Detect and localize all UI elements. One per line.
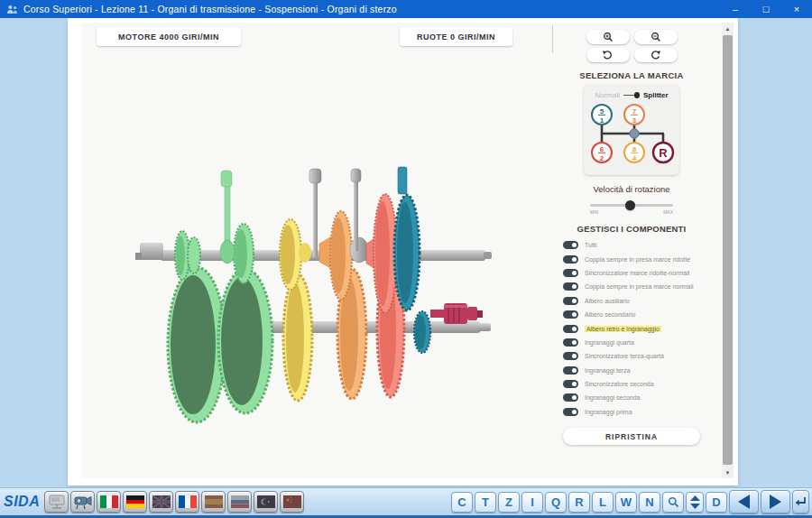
component-row-9: Ingranaggi terza: [563, 364, 700, 377]
france-flag-icon: [179, 495, 197, 508]
back-button[interactable]: [729, 490, 759, 513]
whiteboard-icon: [48, 495, 66, 509]
toggle-switch[interactable]: [563, 366, 578, 375]
search-key-button[interactable]: [662, 492, 684, 513]
svg-text:8: 8: [632, 145, 637, 153]
flag-france-button[interactable]: [175, 491, 199, 513]
toggle-switch[interactable]: [563, 241, 578, 249]
forward-button[interactable]: [761, 490, 790, 513]
rotate-left-button[interactable]: [586, 48, 630, 62]
gear-green-medium: [234, 224, 254, 283]
toggle-switch[interactable]: [563, 338, 578, 347]
uk-flag-icon: [152, 495, 171, 508]
t-key-button[interactable]: T: [475, 492, 496, 513]
flag-crescent-button[interactable]: [254, 491, 278, 513]
toggle-switch[interactable]: [563, 352, 578, 360]
rotation-speed-label: Velocità di rotazione: [593, 184, 669, 194]
toggle-label: Coppia sempre in presa marce ridotte: [585, 256, 690, 263]
component-row-0: Tutti: [563, 238, 700, 252]
zoom-in-button[interactable]: [586, 30, 630, 44]
toggle-switch[interactable]: [563, 282, 578, 291]
gear-teal-large: [394, 167, 420, 310]
gear-7-3[interactable]: 7 3: [624, 105, 644, 125]
component-row-2: Sincronizzatore marce ridotte-normali: [563, 266, 700, 280]
scrollbar-thumb[interactable]: [723, 35, 733, 465]
slider-min-label: MIN: [590, 209, 598, 215]
flag-russia-button[interactable]: [227, 491, 252, 513]
flag-germany-button[interactable]: [123, 491, 147, 513]
enter-button[interactable]: [792, 490, 809, 513]
flag-italy-button[interactable]: [97, 491, 121, 513]
scroll-up-icon[interactable]: ▲: [722, 23, 734, 34]
slider-thumb[interactable]: [625, 200, 635, 210]
reset-button[interactable]: RIPRISTINA: [563, 428, 700, 445]
workspace: MOTORE 4000 GIRI/MIN RUOTE 0 GIRI/MIN: [0, 18, 812, 487]
gear-5-1[interactable]: 5 1: [592, 105, 612, 125]
toggle-switch[interactable]: [563, 325, 578, 333]
mode-splitter-label[interactable]: Splitter: [643, 91, 669, 99]
w-key-button[interactable]: W: [615, 492, 637, 513]
divider: [552, 25, 553, 53]
close-button[interactable]: ×: [781, 0, 812, 18]
projector-button[interactable]: [70, 491, 95, 513]
toggle-switch[interactable]: [563, 393, 578, 402]
toggle-switch[interactable]: [563, 255, 578, 264]
wheels-rpm-button[interactable]: RUOTE 0 GIRI/MIN: [400, 27, 512, 46]
svg-text:6: 6: [600, 145, 604, 153]
r-key-button[interactable]: R: [568, 492, 590, 513]
gear-green-large-1: [168, 267, 226, 422]
svg-text:7: 7: [632, 107, 637, 116]
gear-8-4[interactable]: 8 4: [624, 143, 644, 162]
minimize-button[interactable]: –: [720, 0, 751, 18]
gear-selector: Normali Splitter 5: [584, 85, 679, 175]
scroll-down-icon[interactable]: ▼: [722, 467, 734, 478]
toggle-switch[interactable]: [563, 297, 578, 305]
flag-uk-button[interactable]: [149, 491, 173, 513]
i-key-button[interactable]: I: [521, 492, 543, 513]
gearbox-3d-view[interactable]: [134, 140, 521, 438]
scrollbar[interactable]: ▲ ▼: [722, 23, 734, 478]
letter-key-group: CTZIQRLWN: [450, 492, 661, 513]
shift-pattern: 5 1 7 3: [584, 100, 679, 172]
toggle-label: Sincronizzatore marce ridotte-normali: [585, 270, 689, 276]
reverse-gear-assembly: [430, 303, 483, 324]
engine-rpm-button[interactable]: MOTORE 4000 GIRI/MIN: [97, 27, 241, 46]
mode-normali-label[interactable]: Normali: [595, 91, 620, 99]
svg-text:2: 2: [600, 154, 604, 162]
maximize-button[interactable]: □: [751, 0, 781, 18]
gear-green-large-2: [218, 269, 272, 413]
flag-china-button[interactable]: [280, 491, 304, 513]
l-key-button[interactable]: L: [592, 492, 614, 513]
d-key-button[interactable]: D: [706, 492, 727, 513]
window-title: Corso Superiori - Lezione 11 - Organi di…: [23, 4, 397, 14]
flag-spain-button[interactable]: [201, 491, 226, 513]
projector-icon: [74, 495, 92, 510]
mode-toggle[interactable]: [623, 92, 640, 98]
zoom-out-button[interactable]: [634, 30, 678, 44]
crescent-flag-icon: [257, 495, 275, 508]
gear-6-2[interactable]: 6 2: [592, 143, 612, 162]
toggle-switch[interactable]: [563, 380, 578, 388]
n-key-button[interactable]: N: [639, 492, 660, 513]
simulation-viewport[interactable]: MOTORE 4000 GIRI/MIN RUOTE 0 GIRI/MIN: [81, 23, 722, 478]
rotation-speed-slider[interactable]: MIN MAX: [590, 200, 673, 213]
gear-orange-medium: [330, 211, 352, 300]
gear-reverse[interactable]: R: [653, 143, 673, 162]
c-key-button[interactable]: C: [451, 492, 473, 513]
gear-knob[interactable]: [630, 129, 639, 138]
gear-yellow-medium: [280, 219, 311, 290]
toggle-label: Coppia sempre in presa marce normali: [585, 283, 694, 290]
whiteboard-button[interactable]: [44, 491, 69, 513]
enter-icon: [795, 496, 807, 507]
rotate-left-icon: [602, 50, 614, 60]
component-row-8: Sincronizzatore terza-quarta: [563, 349, 700, 363]
toggle-switch[interactable]: [563, 408, 578, 416]
toggle-switch[interactable]: [563, 310, 578, 319]
z-key-button[interactable]: Z: [498, 492, 520, 513]
q-key-button[interactable]: Q: [545, 492, 567, 513]
toggle-switch[interactable]: [563, 269, 578, 277]
gear-teal-small: [414, 311, 430, 353]
spinner-key-button[interactable]: [686, 492, 704, 513]
svg-text:3: 3: [632, 116, 637, 125]
rotate-right-button[interactable]: [634, 48, 678, 62]
